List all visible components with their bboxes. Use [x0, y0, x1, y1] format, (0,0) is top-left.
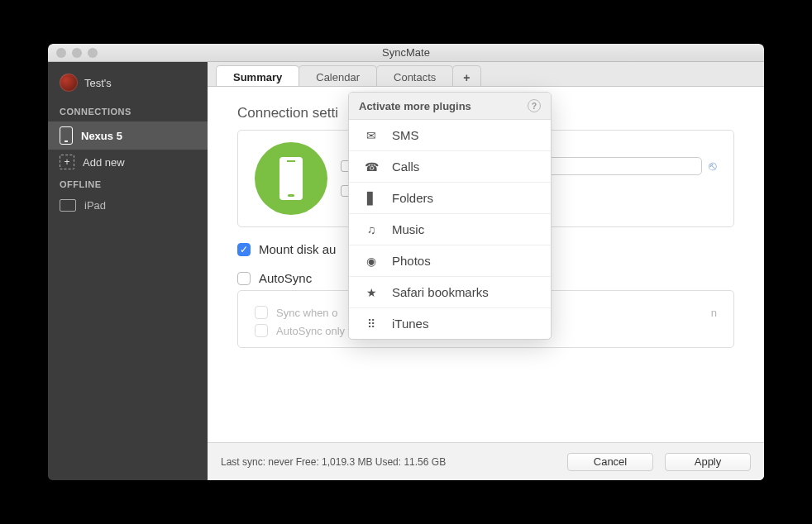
plugin-item-label: Music: [392, 222, 424, 236]
sidebar: Test's CONNECTIONS Nexus 5 + Add new OFF…: [48, 62, 208, 480]
statusbar: Last sync: never Free: 1,019.3 MB Used: …: [208, 442, 764, 480]
music-note-icon: ♫: [364, 223, 379, 236]
sidebar-item-label: Nexus 5: [81, 130, 122, 142]
folder-icon: ▋: [364, 192, 379, 205]
tab-add-plugin[interactable]: +: [452, 65, 480, 86]
star-icon: ★: [364, 286, 379, 299]
plugin-item-label: Photos: [392, 254, 431, 268]
sidebar-item-add-new[interactable]: + Add new: [48, 150, 208, 174]
media-library-icon: ⠿: [364, 317, 379, 331]
tab-calendar[interactable]: Calendar: [299, 65, 377, 86]
sidebar-section-connections: CONNECTIONS: [48, 102, 208, 121]
autosync-label: AutoSync: [259, 271, 312, 285]
minimize-window-button[interactable]: [72, 48, 82, 58]
plugin-item-label: Safari bookmarks: [392, 285, 489, 299]
sidebar-item-label: iPad: [84, 199, 106, 212]
plugin-item-photos[interactable]: ◉ Photos: [349, 245, 551, 277]
tabbar: Summary Calendar Contacts +: [208, 62, 764, 87]
plugins-popover-title: Activate more plugins: [359, 100, 471, 112]
main-pane: Summary Calendar Contacts + Connection s…: [208, 62, 764, 480]
plugins-popover-header: Activate more plugins ?: [349, 93, 551, 120]
phone-handle-icon: ☎: [364, 160, 379, 174]
autosync-sub-label-1: Sync when o: [276, 307, 337, 319]
mount-disk-checkbox[interactable]: ✓: [237, 243, 251, 256]
close-window-button[interactable]: [56, 48, 66, 58]
avatar: [60, 74, 78, 92]
sidebar-item-ipad[interactable]: iPad: [48, 194, 208, 217]
plugin-item-itunes[interactable]: ⠿ iTunes: [349, 308, 551, 339]
autosync-sub-checkbox-2[interactable]: [255, 324, 268, 337]
phone-icon: [60, 126, 73, 145]
plugin-item-sms[interactable]: ✉ SMS: [349, 120, 551, 151]
plugin-item-label: Folders: [392, 191, 433, 205]
sidebar-item-label: Add new: [83, 156, 125, 169]
mount-disk-label: Mount disk au: [259, 242, 336, 256]
plugin-item-safari-bookmarks[interactable]: ★ Safari bookmarks: [349, 277, 551, 308]
user-row[interactable]: Test's: [48, 69, 208, 102]
titlebar: SyncMate: [48, 44, 764, 62]
camera-icon: ◉: [364, 255, 379, 268]
envelope-icon: ✉: [364, 129, 379, 142]
user-label: Test's: [84, 77, 112, 89]
device-phone-icon: [279, 157, 303, 200]
device-badge: [255, 142, 327, 215]
autosync-sub-checkbox-1[interactable]: [255, 306, 268, 319]
sidebar-item-nexus5[interactable]: Nexus 5: [48, 121, 208, 150]
plugin-item-folders[interactable]: ▋ Folders: [349, 183, 551, 214]
help-icon[interactable]: ?: [528, 99, 541, 112]
add-icon: +: [60, 155, 74, 169]
plugin-item-calls[interactable]: ☎ Calls: [349, 151, 551, 183]
traffic-lights: [48, 48, 98, 58]
usb-icon: ⎋: [709, 159, 717, 174]
zoom-window-button[interactable]: [88, 48, 98, 58]
status-text: Last sync: never Free: 1,019.3 MB Used: …: [221, 456, 446, 468]
plugin-item-label: SMS: [392, 128, 419, 142]
sidebar-section-offline: OFFLINE: [48, 174, 208, 194]
plugin-item-label: Calls: [392, 160, 419, 174]
cancel-button[interactable]: Cancel: [567, 453, 653, 471]
app-window: SyncMate Test's CONNECTIONS Nexus 5 + Ad…: [48, 44, 764, 480]
autosync-sub-1-tail: n: [711, 307, 717, 319]
window-body: Test's CONNECTIONS Nexus 5 + Add new OFF…: [48, 62, 764, 480]
plugins-popover: Activate more plugins ? ✉ SMS ☎ Calls ▋ …: [348, 92, 552, 340]
plugin-item-label: iTunes: [392, 317, 428, 331]
plugin-item-music[interactable]: ♫ Music: [349, 214, 551, 245]
tab-contacts[interactable]: Contacts: [376, 65, 453, 86]
apply-button[interactable]: Apply: [665, 453, 751, 471]
window-title: SyncMate: [48, 46, 764, 59]
autosync-checkbox[interactable]: [237, 272, 251, 285]
tablet-icon: [60, 199, 76, 212]
tab-summary[interactable]: Summary: [216, 65, 299, 86]
